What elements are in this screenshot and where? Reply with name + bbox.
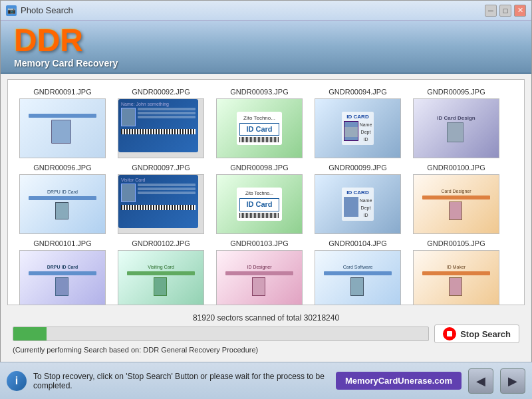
grid-row-1: GNDR00091.JPG xyxy=(13,85,519,161)
stop-icon xyxy=(443,327,456,340)
sector-info: 81920 sectors scanned of total 30218240 xyxy=(13,313,519,323)
thumbnail xyxy=(19,98,106,158)
bottom-info-text: To Stop recovery, click on 'Stop Search'… xyxy=(33,372,329,390)
title-bar: 📷 Photo Search ─ □ ✕ xyxy=(1,1,531,21)
list-item[interactable]: GNDR00098.JPG Zito Techno... ID Card xyxy=(210,161,309,237)
list-item[interactable]: GNDR00092.JPG Name: John something xyxy=(112,85,210,161)
list-item[interactable]: GNDR00093.JPG Zito Techno... ID Card xyxy=(210,85,309,161)
close-button[interactable]: ✕ xyxy=(514,5,526,17)
list-item[interactable]: GNDR00096.JPG DRPU ID Card xyxy=(13,161,112,237)
prev-button[interactable]: ◀ xyxy=(468,368,493,394)
logo-ddr: DDR xyxy=(14,25,118,57)
thumbnail: ID CARD NameDeptID xyxy=(315,98,401,158)
minimize-button[interactable]: ─ xyxy=(485,5,497,17)
thumbnail: ID Designer xyxy=(216,250,303,305)
thumbnail: ID Card Design xyxy=(413,98,499,158)
progress-row: Stop Search xyxy=(13,325,519,343)
grid-row-3: GNDR00101.JPG DRPU ID Card xyxy=(13,237,519,305)
list-item[interactable]: GNDR00091.JPG xyxy=(13,85,112,161)
list-item[interactable]: GNDR00099.JPG ID CARD NameDeptID xyxy=(309,161,407,237)
progress-bar-fill xyxy=(13,327,47,340)
thumbnail: Card Designer xyxy=(413,174,499,234)
photo-grid-container: GNDR00091.JPG xyxy=(7,79,525,305)
photo-grid[interactable]: GNDR00091.JPG xyxy=(8,80,524,305)
list-item[interactable]: GNDR00094.JPG ID CARD NameDeptID xyxy=(309,85,407,161)
grid-row-2: GNDR00096.JPG DRPU ID Card xyxy=(13,161,519,237)
next-button[interactable]: ▶ xyxy=(500,368,525,394)
thumbnail: Zito Techno... ID Card xyxy=(216,98,303,158)
thumbnail: ID Maker xyxy=(413,250,499,305)
thumbnail: Name: John something xyxy=(118,98,204,158)
maximize-button[interactable]: □ xyxy=(499,5,511,17)
thumbnail: Zito Techno... ID Card xyxy=(216,174,303,234)
thumbnail: Card Software xyxy=(315,250,401,305)
list-item[interactable]: GNDR00105.JPG ID Maker xyxy=(407,237,505,305)
thumbnail: Visiting Card xyxy=(118,250,204,305)
thumbnail: ID CARD NameDeptID xyxy=(315,174,401,234)
thumbnail: Visitor Card xyxy=(118,174,204,234)
progress-bar-container xyxy=(13,327,429,341)
thumbnail: DRPU ID Card xyxy=(19,174,106,234)
list-item[interactable]: GNDR00104.JPG Card Software xyxy=(309,237,407,305)
list-item[interactable]: GNDR00100.JPG Card Designer xyxy=(407,161,505,237)
window-title: Photo Search xyxy=(21,5,73,15)
app-icon: 📷 xyxy=(6,5,17,16)
header-logo: DDR Memory Card Recovery xyxy=(14,25,118,68)
website-badge: MemoryCardUnerase.com xyxy=(336,372,462,390)
info-icon: i xyxy=(7,371,27,391)
list-item[interactable]: GNDR00101.JPG DRPU ID Card xyxy=(13,237,112,305)
title-controls: ─ □ ✕ xyxy=(485,5,526,17)
thumbnail: DRPU ID Card xyxy=(19,250,106,305)
list-item[interactable]: GNDR00102.JPG Visiting Card xyxy=(112,237,210,305)
list-item[interactable]: GNDR00103.JPG ID Designer xyxy=(210,237,309,305)
stop-search-button[interactable]: Stop Search xyxy=(434,325,519,343)
bottom-bar: i To Stop recovery, click on 'Stop Searc… xyxy=(0,362,532,399)
list-item[interactable]: GNDR00097.JPG Visitor Card xyxy=(112,161,210,237)
logo-subtitle: Memory Card Recovery xyxy=(14,58,118,68)
header: DDR Memory Card Recovery xyxy=(1,21,531,74)
title-bar-left: 📷 Photo Search xyxy=(6,5,73,16)
search-based-text: (Currently performing Search based on: D… xyxy=(13,346,519,354)
list-item[interactable]: GNDR00095.JPG ID Card Design xyxy=(407,85,505,161)
progress-area: 81920 sectors scanned of total 30218240 … xyxy=(7,311,525,356)
